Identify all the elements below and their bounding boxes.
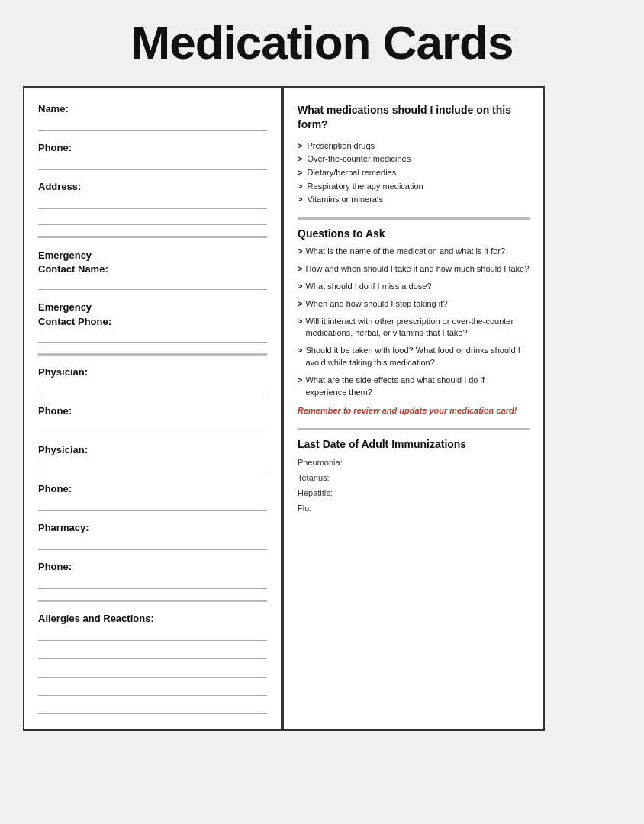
phone-label: Phone:: [38, 142, 267, 153]
pharmacy-label: Pharmacy:: [38, 522, 267, 533]
emergency-contact-phone-label: EmergencyContact Phone:: [38, 301, 267, 328]
arrow-icon: >: [298, 345, 302, 357]
physician2-label: Physician:: [38, 444, 267, 455]
physician1-line: [38, 381, 267, 394]
question-item: > What should I do if I miss a dose?: [298, 281, 530, 293]
list-item: Prescription drugs: [298, 140, 530, 153]
question-item: > Should it be taken with food? What foo…: [298, 345, 530, 369]
allergies-line4: [38, 682, 267, 696]
physician1-phone-label: Phone:: [38, 405, 267, 417]
divider-2: [38, 353, 267, 356]
physician1-phone-line: [38, 420, 267, 433]
immunizations-section: Last Date of Adult Immunizations Pneumon…: [298, 438, 530, 513]
arrow-icon: >: [298, 298, 302, 311]
question-item: > What are the side effects and what sho…: [298, 375, 530, 399]
pharmacy-phone-label: Phone:: [38, 561, 267, 572]
arrow-icon: >: [298, 316, 302, 328]
page-title: Medication Cards: [131, 15, 514, 69]
list-item: Over-the-counter medicines: [298, 153, 530, 166]
allergies-line5: [38, 700, 267, 714]
emergency-name-line: [38, 276, 267, 290]
emergency-phone-line: [38, 329, 267, 343]
questions-section: Questions to Ask > What is the name of t…: [298, 227, 530, 417]
hepatitis-label: Hepatitis:: [298, 488, 530, 497]
pneumonia-label: Pneumonia:: [298, 458, 530, 467]
physician1-label: Physician:: [38, 366, 267, 378]
divider-1: [38, 236, 267, 238]
left-card: Name: Phone: Address: EmergencyContact N…: [23, 86, 282, 731]
divider-right-2: [298, 428, 530, 430]
divider-right-1: [298, 217, 530, 220]
tetanus-label: Tetanus:: [298, 473, 530, 482]
question-item: > Will it interact with other prescripti…: [298, 316, 530, 340]
address-label: Address:: [38, 181, 267, 192]
question-item: > When and how should I stop taking it?: [298, 298, 530, 311]
reminder-text: Remember to review and update your medic…: [298, 405, 530, 417]
divider-3: [38, 600, 267, 602]
allergies-label: Allergies and Reactions:: [38, 613, 267, 624]
what-list: Prescription drugs Over-the-counter medi…: [298, 140, 530, 207]
list-item: Vitamins or minerals: [298, 193, 530, 207]
questions-heading: Questions to Ask: [298, 227, 530, 240]
list-item: Dietary/herbal remedies: [298, 166, 530, 180]
question-item: > How and when should I take it and how …: [298, 263, 530, 275]
arrow-icon: >: [298, 375, 302, 387]
cards-container: Name: Phone: Address: EmergencyContact N…: [23, 86, 621, 731]
name-line: [38, 117, 267, 131]
allergies-line3: [38, 664, 267, 678]
arrow-icon: >: [298, 246, 302, 258]
physician2-phone-line: [38, 497, 267, 511]
what-section: What medications should I include on thi…: [298, 103, 530, 207]
immunizations-heading: Last Date of Adult Immunizations: [298, 438, 530, 450]
what-heading: What medications should I include on thi…: [298, 103, 530, 132]
arrow-icon: >: [298, 281, 302, 293]
question-item: > What is the name of the medication and…: [298, 246, 530, 258]
physician2-line: [38, 459, 267, 472]
right-card: What medications should I include on thi…: [282, 86, 545, 731]
name-label: Name:: [38, 103, 267, 114]
list-item: Respiratory therapy medication: [298, 180, 530, 194]
arrow-icon: >: [298, 263, 302, 275]
pharmacy-line: [38, 536, 267, 550]
pharmacy-phone-line: [38, 575, 267, 589]
phone-line: [38, 156, 267, 170]
address-line: [38, 195, 267, 209]
allergies-line2: [38, 645, 267, 659]
allergies-line: [38, 627, 267, 641]
flu-label: Flu:: [298, 504, 530, 513]
address-line2: [38, 211, 267, 225]
physician2-phone-label: Phone:: [38, 483, 267, 494]
emergency-contact-name-label: EmergencyContact Name:: [38, 249, 267, 276]
